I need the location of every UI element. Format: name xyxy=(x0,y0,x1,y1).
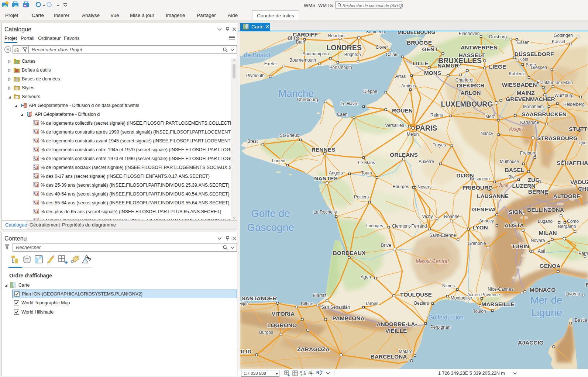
svg-text:Giessen: Giessen xyxy=(531,65,547,70)
svg-text:BARCELONA: BARCELONA xyxy=(370,353,407,360)
svg-text:Frankfurt am Main: Frankfurt am Main xyxy=(537,80,572,85)
svg-text:ANDORRE-LA-: ANDORRE-LA- xyxy=(376,321,417,327)
svg-text:Golfe du Lion: Golfe du Lion xyxy=(428,314,463,321)
svg-text:Agen: Agen xyxy=(361,274,371,280)
svg-text:Gottingen: Gottingen xyxy=(554,33,573,38)
svg-text:Roanne: Roanne xyxy=(444,214,460,219)
svg-text:Exeter: Exeter xyxy=(264,61,277,66)
svg-text:N: N xyxy=(316,371,319,375)
svg-text:Dover: Dover xyxy=(376,45,388,50)
svg-text:Gijon: Gijon xyxy=(240,301,249,306)
svg-text:Freiburg: Freiburg xyxy=(520,151,537,156)
svg-text:LONDRES: LONDRES xyxy=(326,44,361,52)
svg-text:AOSTA: AOSTA xyxy=(504,222,524,228)
svg-text:Perpignan: Perpignan xyxy=(430,325,451,330)
svg-text:ZARAGOZA: ZARAGOZA xyxy=(297,346,330,352)
svg-text:Ulm: Ulm xyxy=(578,140,586,145)
svg-text:Grenoble: Grenoble xyxy=(468,241,486,246)
svg-text:Asti: Asti xyxy=(538,249,545,254)
svg-text:Plymouth: Plymouth xyxy=(246,73,265,78)
svg-text:NANTES: NANTES xyxy=(314,175,338,181)
svg-text:Arras: Arras xyxy=(395,74,406,79)
svg-text:Poitiers: Poitiers xyxy=(354,194,369,200)
svg-text:Amiens: Amiens xyxy=(401,83,416,89)
svg-text:ZUG: ZUG xyxy=(528,177,540,183)
svg-text:Reims: Reims xyxy=(430,113,443,118)
svg-text:PARIS: PARIS xyxy=(416,124,437,132)
svg-text:NAMUR: NAMUR xyxy=(437,62,459,69)
svg-text:AJACCIO: AJACCIO xyxy=(518,339,544,346)
svg-text:Nevers: Nevers xyxy=(417,184,431,190)
svg-text:Heidelberg: Heidelberg xyxy=(563,102,585,107)
svg-text:Livorno: Livorno xyxy=(565,291,580,297)
svg-text:ALTDORF: ALTDORF xyxy=(553,193,580,199)
svg-text:Tarbes: Tarbes xyxy=(365,301,378,306)
svg-text:SION: SION xyxy=(509,209,523,215)
svg-text:La Rochelle: La Rochelle xyxy=(313,210,337,215)
svg-text:Wurzburg: Wurzburg xyxy=(554,93,574,98)
svg-text:Toulon: Toulon xyxy=(473,309,486,314)
svg-text:TURIN: TURIN xyxy=(512,243,529,249)
svg-text:OLID: OLID xyxy=(240,348,252,354)
svg-text:Nancy: Nancy xyxy=(481,131,493,136)
svg-text:Bergamo: Bergamo xyxy=(558,224,576,229)
svg-text:Brest: Brest xyxy=(247,139,258,144)
svg-text:MARSEILLE: MARSEILLE xyxy=(481,301,515,307)
svg-text:Gascogne: Gascogne xyxy=(247,222,294,233)
svg-text:Cherbourg: Cherbourg xyxy=(297,97,318,102)
svg-text:Melun: Melun xyxy=(407,132,419,137)
svg-text:Aix-en-Provence: Aix-en-Provence xyxy=(467,292,500,297)
svg-text:Biel: Biel xyxy=(508,174,516,180)
svg-text:Brive: Brive xyxy=(381,243,391,248)
svg-text:Troyes: Troyes xyxy=(433,142,446,148)
svg-text:Bournemouth: Bournemouth xyxy=(289,58,316,63)
svg-text:LUZERN: LUZERN xyxy=(512,183,536,189)
svg-text:Brighton: Brighton xyxy=(344,52,361,57)
svg-text:Mataro: Mataro xyxy=(399,349,413,354)
svg-text:Limoges: Limoges xyxy=(366,223,383,228)
svg-text:Versailles: Versailles xyxy=(385,123,404,128)
svg-text:Southend: Southend xyxy=(366,31,385,34)
svg-text:GENOA: GENOA xyxy=(540,263,561,269)
svg-text:ROUEN: ROUEN xyxy=(392,107,413,114)
svg-text:FRIBOURG: FRIBOURG xyxy=(463,184,493,191)
svg-text:LILLE: LILLE xyxy=(412,60,428,66)
svg-text:WIESBADEN: WIESBADEN xyxy=(502,82,537,88)
svg-text:TOULOUSE: TOULOUSE xyxy=(400,291,432,298)
svg-text:VITORIA: VITORIA xyxy=(272,311,295,317)
svg-text:Vosges: Vosges xyxy=(508,126,524,132)
svg-text:MILAN: MILAN xyxy=(539,230,557,236)
svg-text:Saint-Etienne: Saint-Etienne xyxy=(429,233,456,238)
svg-text:Metz: Metz xyxy=(485,114,495,119)
svg-text:Duisburg: Duisburg xyxy=(489,34,507,39)
svg-text:ARLON: ARLON xyxy=(460,90,481,96)
svg-text:Bourges: Bourges xyxy=(393,184,409,189)
svg-text:FLO: FLO xyxy=(585,281,588,288)
svg-text:CHUR: CHUR xyxy=(578,186,588,192)
svg-text:LYON: LYON xyxy=(472,224,488,231)
svg-text:VADUZ: VADUZ xyxy=(570,179,588,185)
svg-text:Besancon: Besancon xyxy=(470,176,489,181)
svg-text:STRASBOURG: STRASBOURG xyxy=(537,135,578,141)
svg-text:Massif Central: Massif Central xyxy=(416,258,449,264)
svg-text:Bilbao: Bilbao xyxy=(301,301,313,307)
svg-text:Portsmouth: Portsmouth xyxy=(329,65,352,70)
svg-text:BRUGGE: BRUGGE xyxy=(407,39,432,46)
svg-text:MIDDELBOURG: MIDDELBOURG xyxy=(398,31,435,35)
svg-text:Ligurie: Ligurie xyxy=(531,307,562,318)
svg-text:Mulhouse: Mulhouse xyxy=(500,159,519,164)
svg-text:MONS: MONS xyxy=(424,70,441,76)
svg-text:SCHAFFHAUSEN: SCHAFFHAUSEN xyxy=(557,160,588,166)
svg-text:Bath: Bath xyxy=(296,39,305,45)
svg-text:Eindhoven: Eindhoven xyxy=(459,31,480,36)
svg-text:Novara: Novara xyxy=(531,238,545,243)
svg-text:Karlsruhe: Karlsruhe xyxy=(520,120,539,125)
svg-text:Lugano: Lugano xyxy=(538,219,553,224)
svg-text:Caen: Caen xyxy=(337,112,348,117)
svg-text:VIEILLE: VIEILLE xyxy=(385,328,407,334)
svg-text:DIEKIRCH: DIEKIRCH xyxy=(457,82,485,89)
svg-text:BELLINZONA: BELLINZONA xyxy=(527,207,564,213)
svg-text:BASEL: BASEL xyxy=(505,167,525,173)
svg-text:Annecy: Annecy xyxy=(479,218,494,224)
svg-text:Nice-Cannes: Nice-Cannes xyxy=(488,287,513,292)
